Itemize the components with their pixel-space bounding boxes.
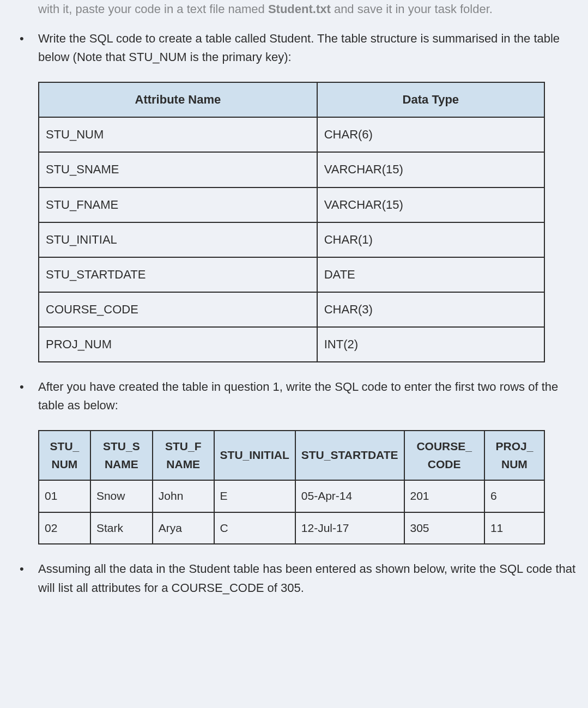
instruction-text: After you have created the table in ques… [38, 380, 558, 412]
cell: 6 [484, 480, 544, 512]
instruction-item-select-305: Assuming all the data in the Student tab… [11, 560, 577, 597]
cell: Snow [90, 480, 153, 512]
table-row: STU_INITIALCHAR(1) [39, 222, 544, 257]
cell-attr: STU_FNAME [39, 187, 317, 222]
table-row: 01 Snow John E 05-Apr-14 201 6 [39, 480, 544, 512]
header-stu-initial: STU_INITIAL [214, 431, 295, 480]
attribute-table: Attribute Name Data Type STU_NUMCHAR(6) … [38, 82, 545, 362]
header-stu-sname: STU_S NAME [90, 431, 153, 480]
cell: 11 [484, 512, 544, 544]
partial-filename: Student.txt [268, 2, 331, 16]
cell: 02 [39, 512, 90, 544]
cell-type: CHAR(1) [317, 222, 544, 257]
cell-attr: COURSE_CODE [39, 292, 317, 327]
instruction-text: Assuming all the data in the Student tab… [38, 562, 575, 594]
cell-type: CHAR(3) [317, 292, 544, 327]
partial-text-post: and save it in your task folder. [331, 2, 493, 16]
table-row: STU_NUMCHAR(6) [39, 117, 544, 152]
student-data-table: STU_ NUM STU_S NAME STU_F NAME STU_INITI… [38, 430, 545, 544]
header-stu-startdate: STU_STARTDATE [295, 431, 404, 480]
table-row: STU_STARTDATEDATE [39, 257, 544, 292]
cell: C [214, 512, 295, 544]
table-header-row: STU_ NUM STU_S NAME STU_F NAME STU_INITI… [39, 431, 544, 480]
table-row: PROJ_NUMINT(2) [39, 327, 544, 362]
instruction-item-create-table: Write the SQL code to create a table cal… [11, 29, 577, 66]
table-header-row: Attribute Name Data Type [39, 82, 544, 117]
instruction-text: Write the SQL code to create a table cal… [38, 32, 560, 64]
instruction-item-insert-rows: After you have created the table in ques… [11, 378, 577, 415]
header-proj-num: PROJ_ NUM [484, 431, 544, 480]
instruction-list: with it, paste your code in a text file … [11, 0, 577, 66]
table-row: 02 Stark Arya C 12-Jul-17 305 11 [39, 512, 544, 544]
header-stu-num: STU_ NUM [39, 431, 90, 480]
cell: 05-Apr-14 [295, 480, 404, 512]
cell: 305 [404, 512, 484, 544]
cell-attr: PROJ_NUM [39, 327, 317, 362]
cell-attr: STU_INITIAL [39, 222, 317, 257]
cell: Arya [153, 512, 214, 544]
cell-attr: STU_SNAME [39, 152, 317, 187]
cell: 201 [404, 480, 484, 512]
cell: 12-Jul-17 [295, 512, 404, 544]
cell: 01 [39, 480, 90, 512]
cell: John [153, 480, 214, 512]
table-row: STU_FNAMEVARCHAR(15) [39, 187, 544, 222]
cell: E [214, 480, 295, 512]
table-row: COURSE_CODECHAR(3) [39, 292, 544, 327]
instruction-list-3: Assuming all the data in the Student tab… [11, 560, 577, 597]
table-row: STU_SNAMEVARCHAR(15) [39, 152, 544, 187]
cell-type: VARCHAR(15) [317, 152, 544, 187]
header-data-type: Data Type [317, 82, 544, 117]
cell-type: VARCHAR(15) [317, 187, 544, 222]
cell-type: CHAR(6) [317, 117, 544, 152]
cell-type: INT(2) [317, 327, 544, 362]
cell-type: DATE [317, 257, 544, 292]
instruction-item-partial: with it, paste your code in a text file … [11, 0, 577, 19]
cell-attr: STU_STARTDATE [39, 257, 317, 292]
header-course-code: COURSE_ CODE [404, 431, 484, 480]
header-stu-fname: STU_F NAME [153, 431, 214, 480]
cell-attr: STU_NUM [39, 117, 317, 152]
partial-text-pre: with it, paste your code in a text file … [38, 2, 268, 16]
cell: Stark [90, 512, 153, 544]
instruction-list-2: After you have created the table in ques… [11, 378, 577, 415]
header-attribute-name: Attribute Name [39, 82, 317, 117]
